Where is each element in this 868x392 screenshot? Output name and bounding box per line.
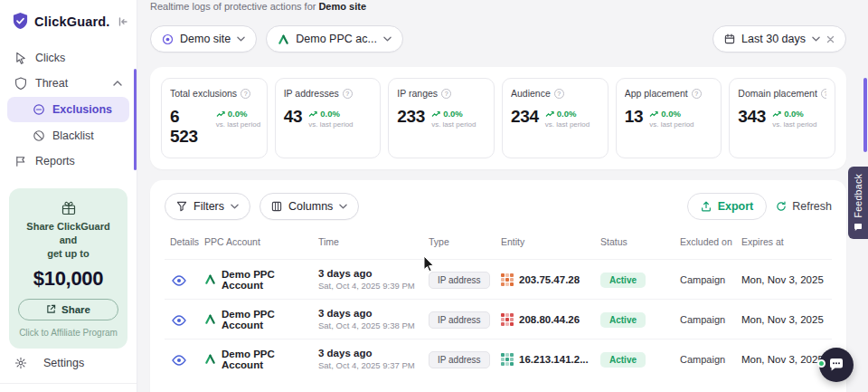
view-details-button[interactable] <box>165 353 186 366</box>
chevron-down-icon <box>231 204 239 209</box>
info-icon[interactable] <box>441 89 451 99</box>
sidebar-item-reports[interactable]: Reports <box>7 148 129 174</box>
ppc-account-name: Demo PPC Account <box>222 269 318 291</box>
promo-amount: $10,000 <box>18 267 118 291</box>
share-button-label: Share <box>61 304 90 315</box>
stat-tile-app-placement: App placement 13 0.0% vs. last period <box>616 78 722 158</box>
feedback-chat-icon <box>854 223 863 232</box>
gift-icon <box>61 200 77 216</box>
user-menu[interactable]: NA gmail.com naatali.ro@gmail.com <box>0 383 137 392</box>
nav-label: Threat <box>35 77 68 90</box>
promo-text-line2: get up to <box>18 247 118 261</box>
filters-button[interactable]: Filters <box>165 193 250 220</box>
app-root: ClickGuard. Clicks Threat <box>0 0 868 392</box>
funnel-icon <box>176 201 187 212</box>
sidebar-item-settings[interactable]: Settings <box>0 349 137 378</box>
info-icon[interactable] <box>343 89 353 99</box>
entity-value: 208.80.44.26 <box>519 314 580 325</box>
export-icon <box>701 201 712 212</box>
trend-up-icon <box>649 110 658 118</box>
trend-up-icon <box>431 110 440 118</box>
info-icon[interactable] <box>821 89 826 99</box>
affiliate-program-link[interactable]: Click to Affiliate Program <box>18 328 118 338</box>
site-filter-dropdown[interactable]: Demo site <box>150 25 257 53</box>
info-icon[interactable] <box>692 89 702 99</box>
sidebar-collapse-button[interactable] <box>116 14 130 29</box>
col-header-status[interactable]: Status <box>600 236 680 248</box>
type-badge: IP address <box>429 272 490 289</box>
columns-button[interactable]: Columns <box>259 193 359 220</box>
online-status-dot <box>817 359 826 368</box>
collapse-sidebar-icon <box>118 16 128 27</box>
ppc-account-name: Demo PPC Account <box>222 349 318 370</box>
export-button[interactable]: Export <box>687 193 768 220</box>
nav-label: Reports <box>35 155 75 167</box>
status-badge: Active <box>600 352 646 368</box>
col-header-entity[interactable]: Entity <box>501 236 600 248</box>
exclusion-circle-icon <box>33 103 45 116</box>
sidebar-item-clicks[interactable]: Clicks <box>7 45 129 71</box>
table-toolbar: Filters Columns <box>165 193 832 220</box>
sidebar-item-threat[interactable]: Threat <box>7 71 129 96</box>
sidebar-nav: Clicks Threat Exclusions <box>0 40 137 174</box>
trend-up-icon <box>545 110 554 118</box>
trend-up-icon <box>308 110 317 118</box>
col-header-excluded-on[interactable]: Excluded on <box>680 236 741 248</box>
table-row[interactable]: Demo PPC Account 3 days agoSat, Oct 4, 2… <box>165 299 832 339</box>
expires-at-value: Mon, Nov 3, 2025 <box>741 314 832 325</box>
view-details-button[interactable] <box>165 313 186 326</box>
col-header-expires-at[interactable]: Expires at <box>741 236 832 248</box>
col-header-account[interactable]: PPC Account <box>204 236 318 248</box>
share-button[interactable]: Share <box>18 299 118 320</box>
nav-label: Exclusions <box>52 103 112 116</box>
stat-value: 234 <box>511 107 539 127</box>
sidebar: ClickGuard. Clicks Threat <box>0 0 137 392</box>
share-external-icon <box>46 304 56 314</box>
table-row[interactable]: Demo PPC Account 3 days agoSat, Oct 4, 2… <box>165 339 832 378</box>
sidebar-item-exclusions[interactable]: Exclusions <box>7 97 129 122</box>
refresh-button[interactable]: Refresh <box>776 200 832 213</box>
ppc-account-name: Demo PPC Account <box>222 309 318 330</box>
entity-value: 16.213.141.2... <box>519 354 589 365</box>
col-header-type[interactable]: Type <box>429 236 501 248</box>
date-range-dropdown[interactable]: Last 30 days <box>712 25 846 53</box>
clear-date-icon[interactable] <box>826 35 835 43</box>
nav-label: Clicks <box>35 52 65 64</box>
time-relative: 3 days ago <box>318 348 429 359</box>
info-icon[interactable] <box>241 89 250 99</box>
chat-widget-button[interactable] <box>819 348 854 382</box>
col-header-details[interactable]: Details <box>165 236 204 248</box>
ads-account-icon <box>278 33 289 45</box>
view-details-button[interactable] <box>165 273 186 286</box>
sidebar-scrollbar[interactable] <box>134 69 137 170</box>
feedback-tab[interactable]: Feedback <box>848 167 868 239</box>
calendar-icon <box>724 33 735 44</box>
main-content: Realtime logs of protective actions forD… <box>137 0 868 392</box>
time-absolute: Sat, Oct 4, 2025 9:37 PM <box>318 360 429 370</box>
columns-icon <box>271 201 282 212</box>
subtitle-site-name: Demo site <box>318 1 366 12</box>
chevron-down-icon <box>812 36 820 42</box>
ppc-account-filter-dropdown[interactable]: Demo PPC ac... <box>266 25 403 53</box>
sidebar-item-blacklist[interactable]: Blacklist <box>7 123 129 148</box>
chevron-down-icon <box>383 36 392 42</box>
ads-account-icon <box>204 353 216 365</box>
stat-value: 233 <box>397 107 425 127</box>
col-header-time[interactable]: Time <box>318 236 429 248</box>
entity-value: 203.75.47.28 <box>519 274 580 285</box>
table-row[interactable]: Demo PPC Account 3 days agoSat, Oct 4, 2… <box>165 259 832 299</box>
stat-tile-domain-placement: Domain placement 343 0.0% vs. last perio… <box>729 78 835 158</box>
status-badge: Active <box>600 312 646 328</box>
table-header-row: Details PPC Account Time Type Entity Sta… <box>165 236 832 259</box>
excluded-on-value: Campaign <box>680 274 741 285</box>
stat-tile-ip-addresses: IP addresses 43 0.0% vs. last period <box>275 78 382 158</box>
page-scrollbar[interactable] <box>863 78 867 152</box>
info-icon[interactable] <box>554 89 564 99</box>
stat-tile-ip-ranges: IP ranges 233 0.0% vs. last period <box>388 78 495 158</box>
ads-account-icon <box>204 273 216 285</box>
chat-bubble-icon <box>828 358 844 372</box>
eye-icon <box>172 275 186 286</box>
stat-value: 13 <box>625 107 644 127</box>
brand-name: ClickGuard. <box>34 14 110 29</box>
excluded-on-value: Campaign <box>680 354 741 365</box>
